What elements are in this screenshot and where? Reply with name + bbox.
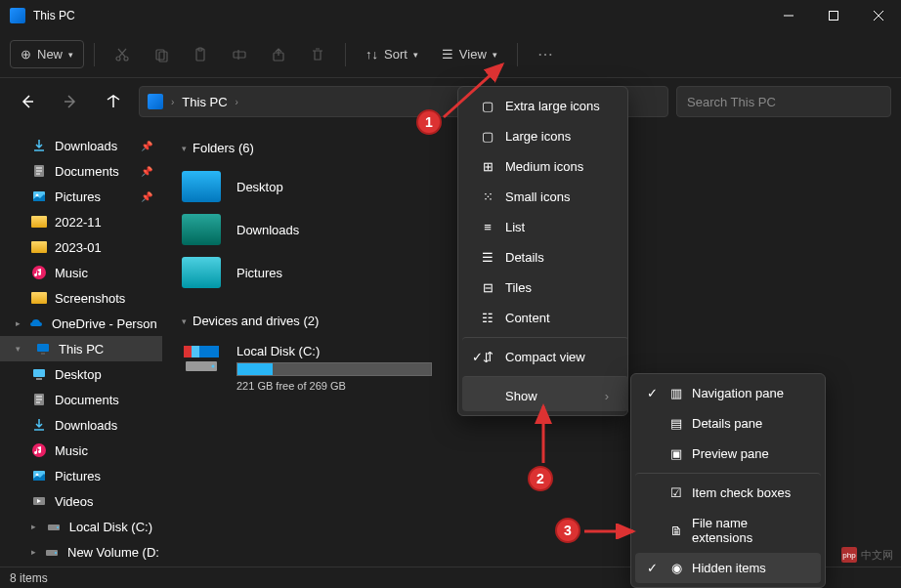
- download-icon: [31, 138, 47, 153]
- show-menu-file-name-extensions[interactable]: 🗎File name extensions: [635, 508, 821, 553]
- chevron-icon: ▸: [31, 547, 36, 557]
- view-menu-compact-view[interactable]: ✓⇵Compact view: [462, 337, 628, 372]
- show-menu-navigation-pane[interactable]: ✓▥Navigation pane: [635, 378, 821, 408]
- svg-point-4: [116, 57, 120, 61]
- menu-item-label: Medium icons: [505, 159, 583, 174]
- show-submenu: ✓▥Navigation pane▤Details pane▣Preview p…: [630, 373, 826, 588]
- svg-point-22: [32, 266, 46, 279]
- sidebar-item-music[interactable]: Music: [0, 438, 162, 463]
- drives-header-label: Devices and drives (2): [193, 314, 319, 328]
- preview-icon: ▣: [668, 446, 684, 461]
- sidebar-item-label: Documents: [55, 164, 119, 179]
- sidebar-item-new-volume-d-[interactable]: ▸New Volume (D:: [0, 539, 162, 565]
- menu-item-label: Compact view: [505, 350, 585, 364]
- show-menu-hidden-items[interactable]: ✓◉Hidden items: [635, 553, 821, 583]
- sidebar-item-2022-11[interactable]: 2022-11: [0, 209, 162, 234]
- view-menu-show[interactable]: Show›: [462, 376, 628, 411]
- svg-rect-12: [234, 52, 245, 58]
- watermark-logo-icon: php: [841, 547, 857, 563]
- menu-item-label: List: [505, 220, 525, 234]
- chevron-right-icon: ›: [605, 389, 609, 403]
- toolbar: ⊕ New ▾ ↑↓ Sort ▾ ☰ View ▾ ⋯: [0, 31, 901, 78]
- sidebar-item-pictures[interactable]: Pictures📌: [0, 184, 162, 209]
- sidebar-item-downloads[interactable]: Downloads: [0, 412, 162, 438]
- sidebar-item-label: Desktop: [55, 367, 102, 382]
- chevron-down-icon: ▾: [182, 144, 187, 153]
- forward-button[interactable]: [53, 86, 88, 117]
- view-button[interactable]: ☰ View ▾: [432, 41, 507, 67]
- titlebar-left: This PC: [10, 8, 75, 23]
- sort-label: Sort: [384, 47, 408, 62]
- more-button[interactable]: ⋯: [528, 39, 563, 70]
- compact-icon: ⇵: [480, 350, 495, 364]
- video-icon: [31, 493, 47, 509]
- minimize-button[interactable]: [766, 0, 811, 31]
- close-button[interactable]: [856, 0, 901, 31]
- drive-usage-bar: [236, 362, 432, 376]
- view-menu-details[interactable]: ☰Details: [462, 242, 628, 273]
- svg-line-7: [118, 49, 125, 57]
- watermark-text: 中文网: [861, 548, 893, 563]
- sidebar-item-this-pc[interactable]: ▾This PC: [0, 336, 162, 361]
- view-menu-medium-icons[interactable]: ⊞Medium icons: [462, 151, 628, 182]
- view-menu-tiles[interactable]: ⊟Tiles: [462, 273, 628, 303]
- folder-label: Downloads: [236, 223, 299, 237]
- annotation-1: 1: [416, 109, 442, 135]
- show-menu-item-check-boxes[interactable]: ☑Item check boxes: [635, 473, 821, 508]
- menu-item-label: Item check boxes: [692, 485, 791, 500]
- share-button[interactable]: [261, 39, 296, 70]
- details-icon: ▤: [668, 416, 684, 431]
- sidebar-item-screenshots[interactable]: Screenshots: [0, 285, 162, 311]
- show-menu-details-pane[interactable]: ▤Details pane: [635, 408, 821, 439]
- sidebar-item-local-disk-c-[interactable]: ▸Local Disk (C:): [0, 514, 162, 539]
- cut-button[interactable]: [105, 39, 140, 70]
- rename-button[interactable]: [222, 39, 257, 70]
- sidebar-item-label: Downloads: [55, 139, 117, 153]
- sidebar-item-pictures[interactable]: Pictures: [0, 463, 162, 488]
- folder-icon: [31, 290, 47, 306]
- folder-icon: [31, 214, 47, 230]
- md-icon: ⊞: [480, 159, 495, 174]
- sidebar-item-label: Downloads: [55, 418, 117, 433]
- chevron-down-icon: ▾: [413, 50, 418, 60]
- view-menu-content[interactable]: ☷Content: [462, 303, 628, 333]
- view-menu-list[interactable]: ≡List: [462, 212, 628, 242]
- delete-button[interactable]: [300, 39, 335, 70]
- sidebar-item-documents[interactable]: Documents: [0, 387, 162, 412]
- menu-item-label: Preview pane: [692, 446, 769, 461]
- navbar: › This PC › Search This PC: [0, 78, 901, 125]
- view-menu-extra-large-icons[interactable]: ▢Extra large icons: [462, 91, 628, 121]
- sidebar-item-onedrive-person[interactable]: ▸OneDrive - Person: [0, 311, 162, 336]
- folder-icon: [182, 171, 221, 202]
- sidebar-item-desktop[interactable]: Desktop: [0, 361, 162, 387]
- sidebar[interactable]: Downloads📌Documents📌Pictures📌2022-112023…: [0, 125, 162, 567]
- xl-icon: ▢: [480, 99, 495, 113]
- view-label: View: [459, 47, 487, 62]
- menu-item-label: Details: [505, 250, 544, 265]
- sidebar-item-2023-01[interactable]: 2023-01: [0, 234, 162, 260]
- maximize-button[interactable]: [811, 0, 856, 31]
- sidebar-item-label: Music: [55, 443, 88, 458]
- copy-button[interactable]: [144, 39, 179, 70]
- up-button[interactable]: [96, 86, 131, 117]
- chevron-down-icon: ▾: [182, 316, 187, 326]
- paste-button[interactable]: [183, 39, 218, 70]
- search-input[interactable]: Search This PC: [676, 86, 891, 117]
- menu-item-label: File name extensions: [692, 516, 801, 545]
- folders-header-label: Folders (6): [193, 141, 254, 155]
- back-button[interactable]: [10, 86, 45, 117]
- sidebar-item-documents[interactable]: Documents📌: [0, 158, 162, 184]
- sidebar-item-music[interactable]: Music: [0, 260, 162, 285]
- new-button[interactable]: ⊕ New ▾: [10, 40, 84, 68]
- sidebar-item-label: 2023-01: [55, 240, 102, 255]
- sort-button[interactable]: ↑↓ Sort ▾: [356, 41, 428, 67]
- sidebar-item-label: This PC: [59, 342, 104, 357]
- view-menu-small-icons[interactable]: ⁙Small icons: [462, 182, 628, 212]
- show-menu-preview-pane[interactable]: ▣Preview pane: [635, 439, 821, 469]
- svg-point-5: [124, 57, 128, 61]
- document-icon: [31, 392, 47, 407]
- view-menu-large-icons[interactable]: ▢Large icons: [462, 121, 628, 151]
- chevron-icon: ▸: [31, 522, 38, 531]
- sidebar-item-downloads[interactable]: Downloads📌: [0, 133, 162, 158]
- sidebar-item-videos[interactable]: Videos: [0, 488, 162, 514]
